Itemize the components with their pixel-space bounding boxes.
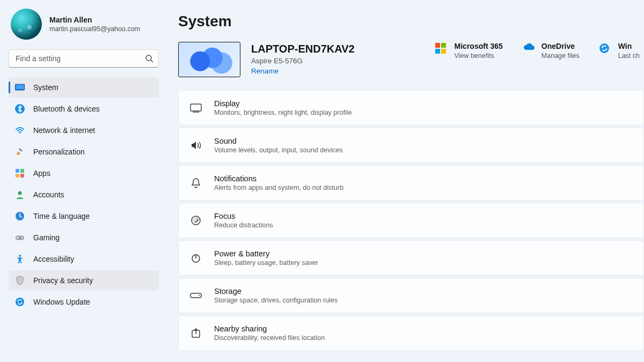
personalization-icon [15, 147, 25, 157]
svg-point-18 [599, 43, 609, 53]
device-model: Aspire E5-576G [251, 57, 355, 65]
storage-icon [189, 289, 202, 302]
notifications-icon [189, 176, 202, 189]
sidebar-item-label: Time & language [33, 212, 90, 220]
device-info: LAPTOP-END7KAV2 Aspire E5-576G Rename [251, 42, 355, 76]
card-sub: Reduce distractions [214, 221, 273, 229]
card-sub: Alerts from apps and system, do not dist… [214, 184, 343, 191]
accounts-icon [15, 190, 25, 200]
bluetooth-icon [15, 104, 25, 114]
svg-rect-9 [16, 174, 19, 178]
settings-cards: Display Monitors, brightness, night ligh… [178, 90, 644, 351]
card-storage[interactable]: Storage Storage space, drives, configura… [178, 278, 644, 313]
sidebar-item-label: Network & internet [33, 126, 95, 135]
quicklink-title: Microsoft 365 [455, 42, 503, 50]
sidebar-item-label: Privacy & security [33, 276, 93, 285]
card-sub: Storage space, drives, configuration rul… [214, 297, 338, 304]
quicklink-sub: View benefits [455, 52, 503, 60]
sidebar-item-label: System [33, 83, 58, 92]
card-title: Focus [214, 212, 273, 220]
time-language-icon [15, 211, 25, 221]
search-input[interactable] [9, 49, 159, 68]
sidebar-item-personalization[interactable]: Personalization [9, 142, 159, 162]
microsoft-365-icon [435, 43, 447, 55]
sidebar-item-label: Windows Update [33, 298, 90, 306]
user-account-row[interactable]: Martin Allen martin.pascual95@yahoo.com [9, 9, 159, 49]
svg-point-14 [21, 237, 23, 238]
card-power[interactable]: Power & battery Sleep, battery usage, ba… [178, 240, 644, 276]
user-name: Martin Allen [49, 16, 140, 24]
card-nearby-sharing[interactable]: Nearby sharing Discoverability, received… [178, 315, 644, 351]
nearby-share-icon [189, 327, 202, 339]
device-row: LAPTOP-END7KAV2 Aspire E5-576G Rename Mi… [178, 42, 644, 77]
apps-icon [15, 168, 25, 178]
svg-rect-19 [191, 104, 201, 111]
svg-rect-8 [20, 169, 24, 173]
avatar [11, 9, 42, 40]
card-title: Notifications [214, 174, 343, 183]
svg-point-0 [146, 55, 151, 61]
card-display[interactable]: Display Monitors, brightness, night ligh… [178, 90, 644, 125]
svg-line-1 [151, 60, 153, 62]
wifi-icon [15, 125, 25, 135]
user-email: martin.pascual95@yahoo.com [49, 25, 140, 33]
card-title: Nearby sharing [214, 324, 325, 333]
sidebar: Martin Allen martin.pascual95@yahoo.com … [0, 0, 167, 362]
card-focus[interactable]: Focus Reduce distractions [178, 203, 644, 238]
sidebar-item-windows-update[interactable]: Windows Update [9, 292, 159, 312]
card-notifications[interactable]: Notifications Alerts from apps and syste… [178, 165, 644, 201]
svg-point-15 [22, 238, 23, 239]
display-icon [189, 101, 202, 114]
svg-rect-6 [19, 148, 23, 152]
onedrive-icon [522, 43, 534, 55]
svg-rect-10 [20, 174, 24, 178]
card-title: Display [214, 99, 352, 108]
card-sub: Monitors, brightness, night light, displ… [214, 109, 352, 116]
rename-link[interactable]: Rename [251, 67, 279, 75]
sidebar-item-privacy[interactable]: Privacy & security [9, 270, 159, 291]
sidebar-item-label: Personalization [33, 147, 85, 156]
sidebar-item-time-language[interactable]: Time & language [9, 206, 159, 226]
quicklink-microsoft-365[interactable]: Microsoft 365 View benefits [435, 42, 503, 60]
focus-icon [189, 214, 202, 227]
svg-point-16 [19, 255, 21, 257]
sidebar-item-label: Apps [33, 169, 50, 178]
sidebar-item-apps[interactable]: Apps [9, 163, 159, 183]
sidebar-item-label: Accessibility [33, 255, 74, 263]
card-title: Storage [214, 287, 338, 295]
svg-rect-3 [16, 85, 24, 89]
sidebar-nav: System Bluetooth & devices Network & int… [9, 77, 159, 312]
svg-point-5 [19, 133, 20, 134]
card-title: Sound [214, 137, 343, 145]
svg-rect-7 [16, 169, 19, 173]
power-icon [189, 252, 202, 264]
system-icon [15, 83, 25, 92]
sidebar-item-network[interactable]: Network & internet [9, 120, 159, 141]
sidebar-item-bluetooth[interactable]: Bluetooth & devices [9, 99, 159, 119]
svg-point-11 [18, 191, 22, 195]
privacy-icon [15, 276, 25, 285]
quick-links: Microsoft 365 View benefits OneDrive Man… [435, 42, 644, 60]
windows-update-icon [15, 297, 25, 307]
accessibility-icon [15, 254, 25, 264]
card-sub: Sleep, battery usage, battery saver [214, 259, 318, 267]
quicklink-title: OneDrive [541, 42, 580, 50]
sidebar-item-label: Gaming [33, 233, 60, 242]
card-sub: Volume levels, output, input, sound devi… [214, 146, 343, 154]
windows-update-icon [599, 43, 611, 55]
quicklink-windows-update[interactable]: Win Last ch [599, 42, 640, 60]
sidebar-item-label: Accounts [33, 190, 64, 199]
quicklink-onedrive[interactable]: OneDrive Manage files [522, 42, 580, 60]
card-sub: Discoverability, received files location [214, 334, 325, 342]
svg-point-17 [16, 298, 24, 306]
device-thumbnail [178, 42, 240, 77]
quicklink-sub: Manage files [541, 52, 580, 60]
sidebar-item-accounts[interactable]: Accounts [9, 184, 159, 205]
sidebar-item-gaming[interactable]: Gaming [9, 227, 159, 248]
sound-icon [189, 139, 202, 152]
card-sound[interactable]: Sound Volume levels, output, input, soun… [178, 128, 644, 163]
sidebar-item-system[interactable]: System [9, 77, 159, 98]
gaming-icon [15, 233, 25, 242]
sidebar-item-accessibility[interactable]: Accessibility [9, 249, 159, 269]
page-title: System [178, 13, 644, 30]
